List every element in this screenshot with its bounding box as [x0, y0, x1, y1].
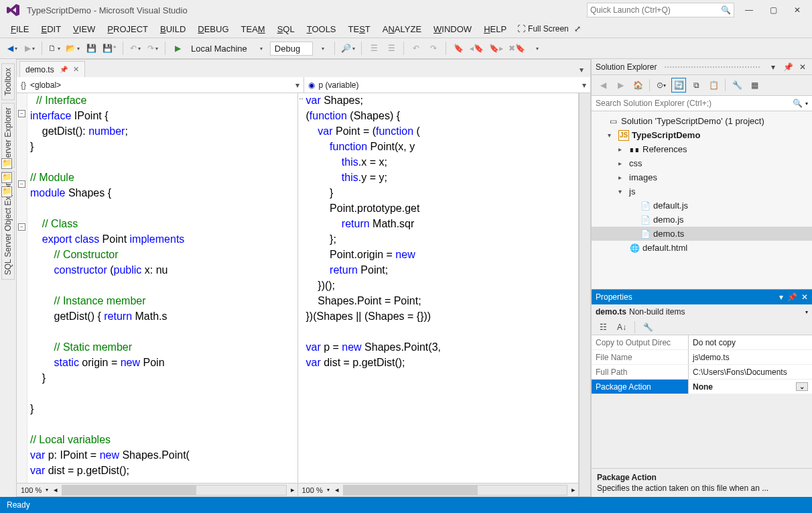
save-all-button[interactable]: 💾⁺: [100, 40, 119, 56]
property-row[interactable]: File Name js\demo.ts: [592, 350, 812, 365]
fold-icon[interactable]: −: [18, 223, 25, 231]
se-preview-button[interactable]: ▦: [747, 78, 762, 93]
menu-team[interactable]: TEAM: [236, 22, 271, 36]
step-forward-button[interactable]: ↷: [425, 40, 442, 56]
menu-sql[interactable]: SQL: [272, 22, 300, 36]
tree-item[interactable]: 🌐 default.html: [592, 241, 812, 255]
nav-forward-button[interactable]: ▶▾: [21, 40, 38, 56]
close-button[interactable]: ✕: [788, 3, 807, 17]
property-row[interactable]: Package Action None⌄: [592, 380, 812, 394]
property-value[interactable]: C:\Users\Fons\Documents: [689, 365, 812, 380]
zoom-dropdown-left[interactable]: 100 %: [17, 486, 46, 494]
menu-edit[interactable]: EDIT: [36, 22, 66, 36]
se-refresh-button[interactable]: 🔄: [671, 78, 686, 93]
solution-explorer-search[interactable]: 🔍▾: [592, 95, 812, 111]
hscroll-right[interactable]: [343, 485, 567, 496]
se-home-button[interactable]: 🏠: [630, 78, 645, 93]
expand-icon[interactable]: ▸: [618, 146, 626, 153]
doc-tab-demo-ts[interactable]: demo.ts 📌 ✕: [19, 61, 85, 77]
scroll-right-button[interactable]: ▸: [569, 486, 578, 494]
expand-icon[interactable]: ▸: [618, 174, 626, 181]
menu-debug[interactable]: DEBUG: [192, 22, 234, 36]
open-file-button[interactable]: 📂▾: [64, 40, 82, 56]
menu-project[interactable]: PROJECT: [102, 22, 153, 36]
property-row[interactable]: Full Path C:\Users\Fons\Documents: [592, 365, 812, 380]
comment-out-button[interactable]: ☰: [366, 40, 382, 56]
find-in-files-button[interactable]: 🔎▾: [339, 40, 357, 56]
fold-icon[interactable]: −: [18, 110, 25, 117]
step-back-button[interactable]: ↶: [408, 40, 424, 56]
menu-build[interactable]: BUILD: [155, 22, 191, 36]
search-icon[interactable]: 🔍: [793, 99, 803, 108]
code-body-left[interactable]: − − − // Interface interface IPoint { ge…: [17, 93, 297, 483]
maximize-button[interactable]: ▢: [764, 3, 783, 17]
tree-item[interactable]: ▭ Solution 'TypeScriptDemo' (1 project): [592, 114, 812, 128]
expand-icon[interactable]: ▾: [618, 188, 626, 195]
dropdown-icon[interactable]: ⌄: [796, 382, 808, 391]
menu-help[interactable]: HELP: [478, 22, 512, 36]
tree-item[interactable]: 📄 demo.ts: [592, 227, 812, 241]
se-collapse-all-button[interactable]: ⧉: [689, 78, 703, 93]
save-button[interactable]: 💾: [83, 40, 99, 56]
close-panel-button[interactable]: ✕: [801, 292, 808, 302]
menu-tools[interactable]: TOOLS: [301, 22, 342, 36]
scroll-right-button[interactable]: ▸: [288, 486, 297, 494]
vertical-scrollbar[interactable]: [579, 93, 590, 496]
tree-item[interactable]: ▾ 📁 js: [592, 184, 812, 198]
uncomment-button[interactable]: ☰: [383, 40, 399, 56]
nav-back-button[interactable]: ◀▾: [4, 40, 20, 56]
se-back-button[interactable]: ◀: [596, 78, 610, 93]
nav-scope-dropdown[interactable]: {} <global> ▾: [17, 77, 304, 93]
tree-item[interactable]: ▸ ∎∎ References: [592, 142, 812, 156]
toolbar-overflow-button[interactable]: ▾: [529, 40, 545, 56]
tab-overflow-button[interactable]: ▾: [576, 62, 588, 77]
panel-menu-button[interactable]: ▾: [768, 62, 779, 72]
config-dropdown[interactable]: Debug: [270, 42, 313, 56]
redo-button[interactable]: ↷▾: [145, 40, 161, 56]
hscroll-left[interactable]: [62, 485, 286, 496]
full-screen-button[interactable]: ⛶ Full Screen ⤢: [513, 22, 585, 36]
scroll-left-button[interactable]: ◂: [332, 486, 342, 494]
close-panel-button[interactable]: ✕: [797, 62, 808, 72]
se-show-all-button[interactable]: 📋: [706, 78, 721, 93]
property-value[interactable]: js\demo.ts: [689, 350, 812, 365]
clear-bookmarks-button[interactable]: ✖🔖: [506, 40, 527, 56]
se-search-input[interactable]: [596, 99, 790, 108]
bookmark-button[interactable]: 🔖: [450, 40, 466, 56]
close-tab-icon[interactable]: ✕: [73, 65, 79, 74]
menu-window[interactable]: WINDOW: [428, 22, 477, 36]
prev-bookmark-button[interactable]: ◂🔖: [468, 40, 486, 56]
nav-member-dropdown[interactable]: ◉ p (variable) ▾: [304, 77, 591, 93]
property-value[interactable]: Do not copy: [689, 335, 812, 350]
property-value[interactable]: None⌄: [689, 380, 812, 394]
property-pages-button[interactable]: 🔧: [640, 320, 655, 335]
tree-item[interactable]: ▸ 📁 css: [592, 156, 812, 170]
properties-object-row[interactable]: demo.ts Non-build items ▾: [592, 304, 812, 319]
menu-file[interactable]: FILE: [5, 22, 34, 36]
side-tab-toolbox[interactable]: Toolbox: [1, 63, 15, 100]
expand-icon[interactable]: ▾: [608, 131, 616, 139]
split-handle-icon[interactable]: ↔: [298, 95, 305, 102]
se-sync-button[interactable]: ⊙▾: [654, 78, 669, 93]
search-icon[interactable]: 🔍: [721, 5, 731, 15]
code-body-right[interactable]: ↔ var Shapes; (function (Shapes) { var P…: [298, 93, 579, 483]
scroll-left-button[interactable]: ◂: [51, 486, 60, 494]
menu-test[interactable]: TEST: [343, 22, 376, 36]
menu-analyze[interactable]: ANALYZE: [377, 22, 427, 36]
next-bookmark-button[interactable]: 🔖▸: [487, 40, 505, 56]
categorized-button[interactable]: ☷: [596, 320, 610, 335]
pin-icon[interactable]: 📌: [783, 62, 793, 72]
quick-launch-input[interactable]: [590, 5, 721, 15]
undo-button[interactable]: ↶▾: [127, 40, 143, 56]
menu-view[interactable]: VIEW: [68, 22, 100, 36]
se-properties-button[interactable]: 🔧: [730, 78, 744, 93]
fold-icon[interactable]: −: [18, 180, 25, 188]
start-debug-button[interactable]: ▶: [170, 40, 186, 56]
tree-item[interactable]: ▸ 📁 images: [592, 170, 812, 184]
new-project-button[interactable]: 🗋▾: [46, 40, 62, 56]
expand-icon[interactable]: ▸: [618, 160, 626, 167]
zoom-dropdown-right[interactable]: 100 %: [298, 486, 327, 494]
quick-launch-box[interactable]: 🔍: [587, 3, 734, 17]
se-forward-button[interactable]: ▶: [613, 78, 628, 93]
minimize-button[interactable]: —: [740, 3, 758, 17]
